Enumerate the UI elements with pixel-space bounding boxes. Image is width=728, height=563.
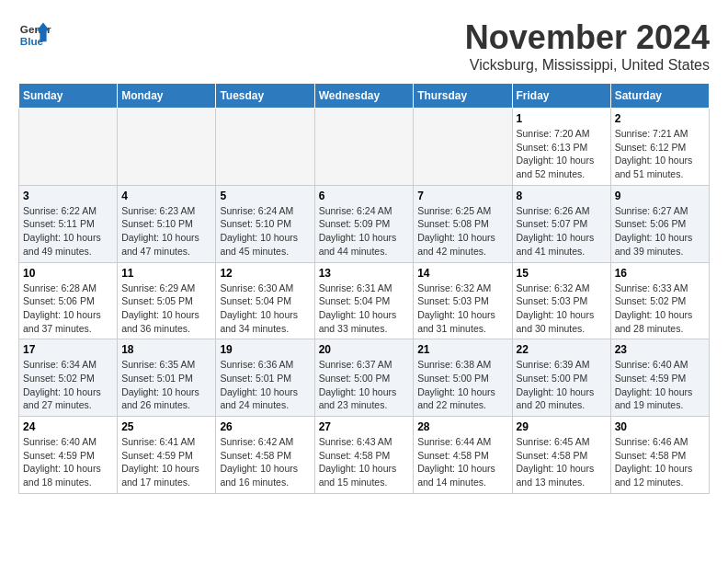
day-info: Sunrise: 6:24 AMSunset: 5:09 PMDaylight:…	[319, 204, 410, 259]
page-header: General Blue November 2024 Vicksburg, Mi…	[18, 18, 710, 74]
calendar-cell	[19, 109, 118, 186]
calendar-table: SundayMondayTuesdayWednesdayThursdayFrid…	[18, 83, 710, 494]
day-info: Sunrise: 6:42 AMSunset: 4:58 PMDaylight:…	[220, 435, 310, 489]
month-title: November 2024	[465, 18, 710, 57]
day-info: Sunrise: 6:24 AMSunset: 5:10 PMDaylight:…	[220, 204, 310, 259]
day-number: 8	[517, 190, 607, 202]
week-row-1: 1Sunrise: 7:20 AMSunset: 6:13 PMDaylight…	[19, 109, 710, 186]
day-info: Sunrise: 6:38 AMSunset: 5:00 PMDaylight:…	[417, 358, 507, 412]
calendar-cell	[414, 109, 512, 186]
calendar-cell: 8Sunrise: 6:26 AMSunset: 5:07 PMDaylight…	[512, 185, 610, 262]
day-info: Sunrise: 6:37 AMSunset: 5:00 PMDaylight:…	[319, 358, 410, 412]
weekday-header-saturday: Saturday	[610, 84, 709, 109]
weekday-header-sunday: Sunday	[19, 84, 118, 109]
calendar-cell	[216, 109, 314, 186]
calendar-cell: 24Sunrise: 6:40 AMSunset: 4:59 PMDayligh…	[19, 417, 118, 494]
day-number: 20	[319, 343, 410, 356]
day-number: 1	[517, 112, 607, 125]
logo-icon: General Blue	[18, 18, 51, 52]
day-number: 26	[220, 420, 310, 433]
calendar-cell: 21Sunrise: 6:38 AMSunset: 5:00 PMDayligh…	[414, 339, 512, 417]
calendar-cell	[118, 109, 216, 186]
day-number: 29	[517, 420, 607, 433]
day-info: Sunrise: 6:28 AMSunset: 5:06 PMDaylight:…	[23, 282, 113, 336]
day-number: 12	[220, 267, 310, 280]
day-number: 23	[615, 343, 705, 356]
calendar-cell: 7Sunrise: 6:25 AMSunset: 5:08 PMDaylight…	[414, 185, 512, 262]
weekday-header-friday: Friday	[512, 84, 610, 109]
day-info: Sunrise: 6:40 AMSunset: 4:59 PMDaylight:…	[23, 435, 113, 489]
day-info: Sunrise: 6:23 AMSunset: 5:10 PMDaylight:…	[121, 204, 211, 259]
weekday-header-wednesday: Wednesday	[314, 84, 414, 109]
title-block: November 2024 Vicksburg, Mississippi, Un…	[465, 18, 710, 74]
calendar-cell: 26Sunrise: 6:42 AMSunset: 4:58 PMDayligh…	[216, 417, 314, 494]
day-number: 3	[23, 190, 113, 202]
day-number: 11	[121, 267, 211, 280]
day-info: Sunrise: 6:39 AMSunset: 5:00 PMDaylight:…	[517, 358, 607, 412]
weekday-header-thursday: Thursday	[414, 84, 512, 109]
day-info: Sunrise: 6:29 AMSunset: 5:05 PMDaylight:…	[121, 282, 211, 336]
calendar-cell: 1Sunrise: 7:20 AMSunset: 6:13 PMDaylight…	[512, 109, 610, 186]
calendar-cell: 5Sunrise: 6:24 AMSunset: 5:10 PMDaylight…	[216, 185, 314, 262]
day-number: 19	[220, 343, 310, 356]
calendar-cell: 15Sunrise: 6:32 AMSunset: 5:03 PMDayligh…	[512, 262, 610, 339]
calendar-cell: 2Sunrise: 7:21 AMSunset: 6:12 PMDaylight…	[610, 109, 709, 186]
day-info: Sunrise: 6:31 AMSunset: 5:04 PMDaylight:…	[319, 282, 410, 336]
day-number: 15	[517, 267, 607, 280]
week-row-4: 17Sunrise: 6:34 AMSunset: 5:02 PMDayligh…	[19, 339, 710, 417]
day-number: 9	[615, 190, 705, 202]
day-number: 4	[121, 190, 211, 202]
logo: General Blue	[18, 18, 51, 52]
day-info: Sunrise: 6:25 AMSunset: 5:08 PMDaylight:…	[417, 204, 507, 259]
day-info: Sunrise: 6:44 AMSunset: 4:58 PMDaylight:…	[417, 435, 507, 489]
calendar-cell: 30Sunrise: 6:46 AMSunset: 4:58 PMDayligh…	[610, 417, 709, 494]
calendar-cell: 6Sunrise: 6:24 AMSunset: 5:09 PMDaylight…	[314, 185, 414, 262]
calendar-cell: 11Sunrise: 6:29 AMSunset: 5:05 PMDayligh…	[118, 262, 216, 339]
day-number: 14	[417, 267, 507, 280]
calendar-cell: 17Sunrise: 6:34 AMSunset: 5:02 PMDayligh…	[19, 339, 118, 417]
weekday-header-row: SundayMondayTuesdayWednesdayThursdayFrid…	[19, 84, 710, 109]
day-info: Sunrise: 6:41 AMSunset: 4:59 PMDaylight:…	[121, 435, 211, 489]
day-number: 2	[615, 112, 705, 125]
day-number: 28	[417, 420, 507, 433]
day-number: 25	[121, 420, 211, 433]
day-number: 18	[121, 343, 211, 356]
day-info: Sunrise: 6:32 AMSunset: 5:03 PMDaylight:…	[417, 282, 507, 336]
calendar-cell: 13Sunrise: 6:31 AMSunset: 5:04 PMDayligh…	[314, 262, 414, 339]
day-number: 24	[23, 420, 113, 433]
day-number: 21	[417, 343, 507, 356]
weekday-header-tuesday: Tuesday	[216, 84, 314, 109]
calendar-cell: 29Sunrise: 6:45 AMSunset: 4:58 PMDayligh…	[512, 417, 610, 494]
day-number: 5	[220, 190, 310, 202]
day-info: Sunrise: 6:46 AMSunset: 4:58 PMDaylight:…	[615, 435, 705, 489]
week-row-2: 3Sunrise: 6:22 AMSunset: 5:11 PMDaylight…	[19, 185, 710, 262]
day-number: 27	[319, 420, 410, 433]
calendar-cell: 25Sunrise: 6:41 AMSunset: 4:59 PMDayligh…	[118, 417, 216, 494]
day-info: Sunrise: 6:32 AMSunset: 5:03 PMDaylight:…	[517, 282, 607, 336]
calendar-cell: 16Sunrise: 6:33 AMSunset: 5:02 PMDayligh…	[610, 262, 709, 339]
day-number: 7	[417, 190, 507, 202]
day-info: Sunrise: 7:21 AMSunset: 6:12 PMDaylight:…	[615, 127, 705, 181]
week-row-3: 10Sunrise: 6:28 AMSunset: 5:06 PMDayligh…	[19, 262, 710, 339]
day-info: Sunrise: 7:20 AMSunset: 6:13 PMDaylight:…	[517, 127, 607, 181]
calendar-cell: 22Sunrise: 6:39 AMSunset: 5:00 PMDayligh…	[512, 339, 610, 417]
day-info: Sunrise: 6:43 AMSunset: 4:58 PMDaylight:…	[319, 435, 410, 489]
day-info: Sunrise: 6:36 AMSunset: 5:01 PMDaylight:…	[220, 358, 310, 412]
calendar-cell: 19Sunrise: 6:36 AMSunset: 5:01 PMDayligh…	[216, 339, 314, 417]
day-info: Sunrise: 6:33 AMSunset: 5:02 PMDaylight:…	[615, 282, 705, 336]
calendar-cell: 12Sunrise: 6:30 AMSunset: 5:04 PMDayligh…	[216, 262, 314, 339]
day-info: Sunrise: 6:34 AMSunset: 5:02 PMDaylight:…	[23, 358, 113, 412]
location-title: Vicksburg, Mississippi, United States	[465, 57, 710, 74]
calendar-cell: 3Sunrise: 6:22 AMSunset: 5:11 PMDaylight…	[19, 185, 118, 262]
calendar-cell: 20Sunrise: 6:37 AMSunset: 5:00 PMDayligh…	[314, 339, 414, 417]
day-info: Sunrise: 6:45 AMSunset: 4:58 PMDaylight:…	[517, 435, 607, 489]
day-number: 13	[319, 267, 410, 280]
day-number: 22	[517, 343, 607, 356]
day-number: 10	[23, 267, 113, 280]
day-info: Sunrise: 6:22 AMSunset: 5:11 PMDaylight:…	[23, 204, 113, 259]
day-info: Sunrise: 6:40 AMSunset: 4:59 PMDaylight:…	[615, 358, 705, 412]
weekday-header-monday: Monday	[118, 84, 216, 109]
day-info: Sunrise: 6:27 AMSunset: 5:06 PMDaylight:…	[615, 204, 705, 259]
calendar-cell: 4Sunrise: 6:23 AMSunset: 5:10 PMDaylight…	[118, 185, 216, 262]
day-number: 17	[23, 343, 113, 356]
